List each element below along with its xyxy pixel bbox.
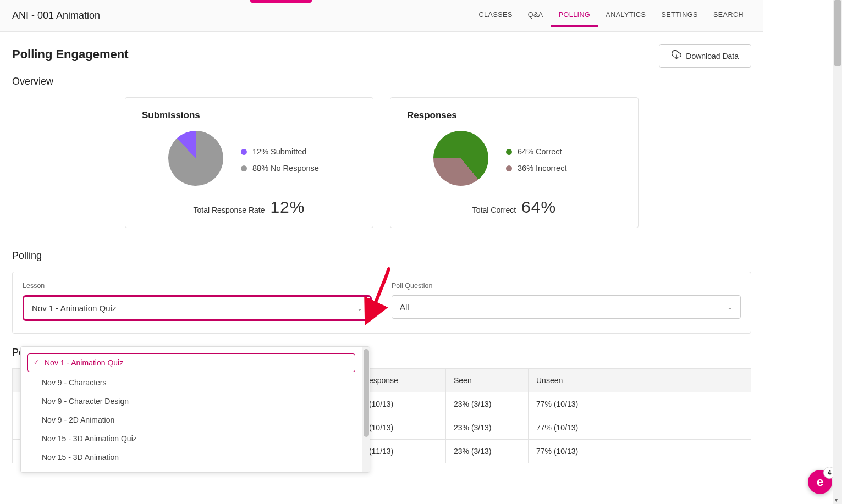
tab-settings[interactable]: SETTINGS — [653, 4, 706, 27]
scroll-thumb[interactable] — [834, 0, 841, 66]
header-bar: ANI - 001 Animation CLASSES Q&A POLLING … — [0, 0, 763, 32]
course-title: ANI - 001 Animation — [12, 10, 100, 21]
lesson-label: Lesson — [23, 282, 372, 290]
accent-bar — [250, 0, 312, 3]
legend-correct: 64% Correct — [506, 147, 566, 156]
total-correct-value: 64% — [521, 198, 556, 216]
tab-classes[interactable]: CLASSES — [471, 4, 520, 27]
filter-box: Lesson Nov 1 - Animation Quiz ⌄ Poll Que… — [12, 272, 751, 334]
dropdown-scrollbar[interactable] — [362, 347, 370, 472]
dot-icon — [241, 149, 247, 155]
submissions-title: Submissions — [142, 110, 356, 121]
poll-question-select[interactable]: All ⌄ — [392, 295, 741, 319]
lesson-option[interactable]: Nov 9 - 2D Animation — [25, 411, 357, 429]
header-tabs: CLASSES Q&A POLLING ANALYTICS SETTINGS S… — [471, 4, 751, 27]
lesson-select[interactable]: Nov 1 - Animation Quiz ⌄ — [23, 295, 372, 321]
legend-submitted-label: 12% Submitted — [252, 147, 306, 156]
poll-question-value: All — [400, 302, 409, 312]
tab-search[interactable]: SEARCH — [706, 4, 751, 27]
submissions-card: Submissions 12% Submitted 88% No Respons… — [125, 97, 373, 228]
tab-polling[interactable]: POLLING — [551, 4, 598, 27]
polling-heading: Polling — [12, 250, 751, 262]
lesson-select-value: Nov 1 - Animation Quiz — [32, 303, 116, 313]
lesson-option-selected[interactable]: Nov 1 - Animation Quiz — [27, 353, 355, 372]
total-response-label: Total Response Rate — [194, 206, 265, 214]
overview-heading: Overview — [12, 76, 751, 87]
dot-icon — [506, 165, 512, 171]
total-response-value: 12% — [270, 198, 305, 216]
cell-seen: 23% (3/13) — [446, 440, 529, 463]
lesson-option[interactable]: Nov 9 - Character Design — [25, 392, 357, 411]
download-data-button[interactable]: Download Data — [659, 44, 751, 68]
total-correct-label: Total Correct — [472, 206, 516, 214]
lesson-option[interactable]: Nov 15 - 3D Animation Quiz — [25, 429, 357, 448]
poll-question-label: Poll Question — [392, 282, 741, 290]
submissions-pie — [157, 119, 234, 197]
lesson-option[interactable]: Nov 9 - Characters — [25, 373, 357, 392]
page-scrollbar[interactable]: ▴ ▾ — [833, 0, 842, 496]
download-label: Download Data — [686, 52, 739, 60]
legend-submitted: 12% Submitted — [241, 147, 319, 156]
legend-incorrect: 36% Incorrect — [506, 164, 566, 173]
chevron-down-icon: ⌄ — [357, 304, 362, 312]
cell-unseen: 77% (10/13) — [529, 392, 751, 416]
cell-seen: 23% (3/13) — [446, 392, 529, 416]
col-unseen: Unseen — [529, 369, 751, 392]
page-title: Polling Engagement — [12, 47, 128, 62]
lesson-option[interactable]: Nov 15 - 3D Animation — [25, 448, 357, 467]
dot-icon — [241, 165, 247, 171]
cell-seen: 23% (3/13) — [446, 416, 529, 440]
cloud-download-icon — [672, 50, 681, 62]
responses-title: Responses — [407, 110, 621, 121]
cell-unseen: 77% (10/13) — [529, 440, 751, 463]
chevron-down-icon: ⌄ — [727, 303, 733, 311]
tab-analytics[interactable]: ANALYTICS — [598, 4, 653, 27]
responses-card: Responses 64% Correct 36% Incorrect — [390, 97, 639, 228]
dot-icon — [506, 149, 512, 155]
lesson-dropdown: Nov 1 - Animation Quiz Nov 9 - Character… — [20, 346, 370, 473]
legend-incorrect-label: 36% Incorrect — [518, 164, 566, 173]
scroll-thumb[interactable] — [364, 349, 369, 437]
cell-unseen: 77% (10/13) — [529, 416, 751, 440]
legend-noresp: 88% No Response — [241, 164, 319, 173]
col-seen: Seen — [446, 369, 529, 392]
legend-correct-label: 64% Correct — [518, 147, 562, 156]
legend-noresp-label: 88% No Response — [252, 164, 319, 173]
help-badge[interactable]: e 4 — [808, 470, 832, 494]
responses-pie — [433, 131, 488, 186]
tab-qa[interactable]: Q&A — [520, 4, 551, 27]
